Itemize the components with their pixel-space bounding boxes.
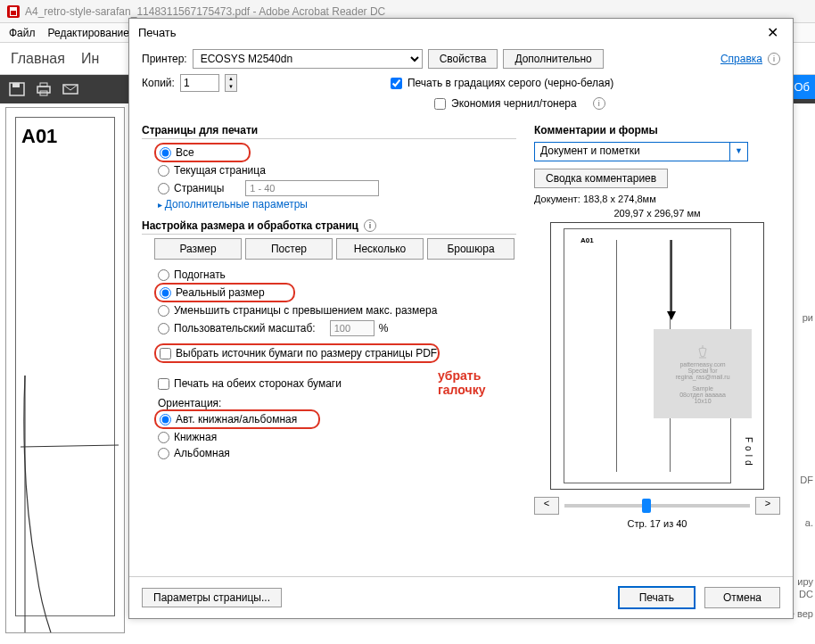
pages-range-input[interactable] bbox=[245, 180, 379, 196]
fold-label: Fold bbox=[744, 437, 753, 468]
grayscale-label: Печать в градациях серого (черно-белая) bbox=[408, 77, 613, 89]
mannequin-icon bbox=[694, 345, 712, 359]
slider-thumb[interactable] bbox=[642, 499, 651, 513]
comments-header: Комментарии и формы bbox=[534, 124, 780, 138]
radio-orient-auto[interactable] bbox=[160, 414, 171, 425]
annotation-text: галочку bbox=[438, 383, 485, 397]
left-column: Страницы для печати Все Текущая страница… bbox=[142, 115, 516, 576]
radio-actual-label: Реальный размер bbox=[176, 286, 265, 299]
app-title: A4_retro-style-sarafan_1148311567175473.… bbox=[25, 5, 385, 18]
pdf-icon bbox=[7, 5, 20, 18]
watermark: patterneasy.comSpecial forregina_ras@mai… bbox=[654, 329, 752, 418]
properties-button[interactable]: Свойства bbox=[428, 49, 498, 69]
printer-label: Принтер: bbox=[142, 53, 187, 65]
more-options-link[interactable]: Дополнительные параметры bbox=[142, 198, 516, 211]
tab-home[interactable]: Главная bbox=[11, 51, 65, 67]
custom-scale-input bbox=[330, 320, 375, 336]
paper-source-label: Выбрать источник бумаги по размеру стран… bbox=[176, 347, 437, 359]
pages-header: Страницы для печати bbox=[142, 124, 516, 139]
orientation-label: Ориентация: bbox=[142, 397, 516, 409]
bg-text: DC bbox=[799, 589, 813, 599]
radio-orient-portrait[interactable] bbox=[158, 432, 169, 443]
radio-current[interactable] bbox=[158, 165, 169, 177]
prev-page-button[interactable]: < bbox=[534, 497, 559, 515]
cancel-button[interactable]: Отмена bbox=[704, 587, 780, 608]
duplex-label: Печать на обеих сторонах бумаги bbox=[174, 377, 342, 390]
pattern-curve bbox=[21, 376, 119, 633]
print-icon[interactable] bbox=[36, 82, 52, 96]
bg-text: DF bbox=[800, 475, 813, 485]
radio-orient-landscape-label: Альбомная bbox=[174, 447, 230, 459]
radio-orient-landscape[interactable] bbox=[158, 448, 169, 459]
radio-fit-label: Подогнать bbox=[174, 268, 226, 281]
radio-shrink[interactable] bbox=[158, 305, 169, 317]
preview-page-label: A01 bbox=[580, 236, 594, 244]
document-dimensions: Документ: 183,8 x 274,8мм bbox=[534, 194, 780, 204]
menu-file[interactable]: Файл bbox=[9, 27, 36, 39]
radio-orient-auto-label: Авт. книжная/альбомная bbox=[176, 413, 297, 425]
page-setup-button[interactable]: Параметры страницы... bbox=[142, 588, 282, 607]
info-icon[interactable]: i bbox=[593, 97, 605, 110]
comments-combo[interactable]: Документ и пометки ▼ bbox=[534, 142, 748, 161]
radio-actual-hl: Реальный размер bbox=[154, 283, 295, 302]
svg-rect-2 bbox=[37, 87, 50, 93]
tab-size[interactable]: Размер bbox=[154, 238, 242, 260]
dialog-titlebar: Печать ✕ bbox=[129, 19, 793, 45]
svg-rect-1 bbox=[12, 83, 20, 87]
right-column: Комментарии и формы Документ и пометки ▼… bbox=[534, 115, 780, 576]
close-icon[interactable]: ✕ bbox=[761, 22, 784, 43]
tab-booklet[interactable]: Брошюра bbox=[427, 238, 515, 260]
tab-multiple[interactable]: Несколько bbox=[336, 238, 424, 260]
summarize-button[interactable]: Сводка комментариев bbox=[534, 169, 668, 188]
copies-input[interactable] bbox=[180, 74, 219, 92]
comments-combo-value: Документ и пометки bbox=[535, 143, 729, 161]
page-slider[interactable] bbox=[564, 504, 750, 508]
tab-tools[interactable]: Ин bbox=[81, 51, 99, 67]
size-header: Настройка размера и обработка страниц bbox=[142, 219, 358, 232]
copies-label: Копий: bbox=[142, 77, 175, 89]
bg-text: иру bbox=[797, 576, 813, 587]
radio-orient-portrait-label: Книжная bbox=[174, 431, 217, 443]
print-preview: A01 patterneasy.comSpecial forregina_ras… bbox=[550, 222, 764, 490]
chevron-down-icon: ▼ bbox=[729, 143, 747, 161]
info-icon[interactable]: i bbox=[364, 219, 376, 232]
next-page-button[interactable]: > bbox=[755, 497, 780, 515]
bg-text: а. bbox=[805, 517, 813, 528]
radio-all-label: Все bbox=[176, 146, 194, 159]
mail-icon[interactable] bbox=[62, 82, 78, 96]
radio-pages-label: Страницы bbox=[174, 182, 224, 194]
save-ink-checkbox[interactable] bbox=[434, 98, 446, 110]
dialog-footer: Параметры страницы... Печать Отмена bbox=[129, 576, 793, 618]
printer-select[interactable]: ECOSYS M2540dn bbox=[193, 49, 423, 69]
radio-fit[interactable] bbox=[158, 269, 169, 281]
radio-pages[interactable] bbox=[158, 183, 169, 194]
advanced-button[interactable]: Дополнительно bbox=[503, 49, 603, 69]
orient-auto-hl: Авт. книжная/альбомная bbox=[154, 409, 320, 429]
radio-actual[interactable] bbox=[160, 287, 171, 299]
paper-source-checkbox[interactable] bbox=[160, 348, 171, 359]
save-ink-label: Экономия чернил/тонера bbox=[451, 97, 577, 110]
document-background: A01 bbox=[5, 107, 125, 633]
menu-edit[interactable]: Редактирование bbox=[48, 27, 129, 39]
radio-all[interactable] bbox=[160, 147, 171, 159]
help-link[interactable]: Справка bbox=[720, 53, 762, 65]
print-dialog: Печать ✕ Принтер: ECOSYS M2540dn Свойств… bbox=[128, 18, 794, 619]
tab-poster[interactable]: Постер bbox=[245, 238, 333, 260]
pct-label: % bbox=[379, 322, 389, 334]
page-dimensions: 209,97 x 296,97 мм bbox=[534, 208, 780, 219]
radio-current-label: Текущая страница bbox=[174, 164, 266, 177]
grayscale-checkbox[interactable] bbox=[391, 78, 402, 89]
radio-custom-label: Пользовательский масштаб: bbox=[174, 322, 316, 334]
print-button[interactable]: Печать bbox=[618, 586, 696, 609]
duplex-checkbox[interactable] bbox=[158, 378, 169, 390]
arrow-icon bbox=[667, 240, 676, 320]
bg-text: ри bbox=[803, 312, 813, 323]
copies-spinner[interactable]: ▲▼ bbox=[225, 74, 237, 92]
save-icon[interactable] bbox=[9, 82, 25, 96]
radio-all-hl: Все bbox=[154, 143, 251, 162]
radio-custom[interactable] bbox=[158, 323, 169, 334]
doc-page-label: A01 bbox=[21, 125, 109, 148]
help-icon[interactable]: i bbox=[768, 53, 780, 65]
dialog-title: Печать bbox=[138, 26, 177, 39]
paper-source-hl: Выбрать источник бумаги по размеру стран… bbox=[154, 343, 440, 363]
